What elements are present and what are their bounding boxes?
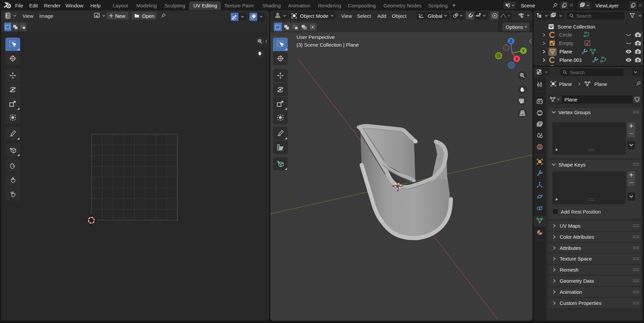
svg-text:X: X: [515, 57, 518, 61]
svg-text:Z: Z: [510, 39, 512, 44]
svg-text:Y: Y: [522, 49, 525, 53]
